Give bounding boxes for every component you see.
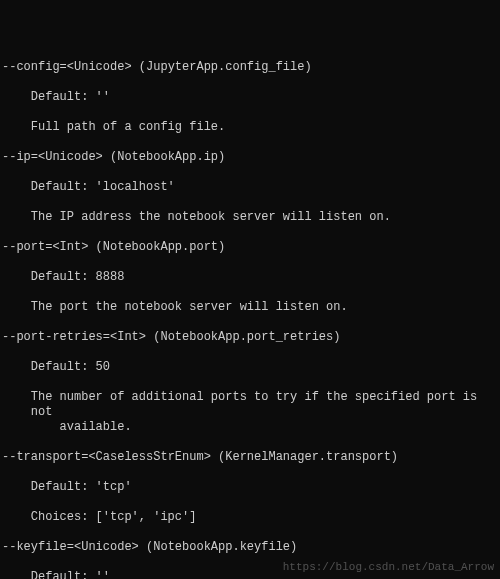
option-name: --port-retries=<Int> (NotebookApp.port_r… [2, 330, 498, 345]
option-name: --keyfile=<Unicode> (NotebookApp.keyfile… [2, 540, 498, 555]
option-name: --transport=<CaselessStrEnum> (KernelMan… [2, 450, 498, 465]
option-default: Default: 'localhost' [2, 180, 498, 195]
option-default: Default: 50 [2, 360, 498, 375]
option-default: Default: 8888 [2, 270, 498, 285]
option-name: --port=<Int> (NotebookApp.port) [2, 240, 498, 255]
option-description: The number of additional ports to try if… [2, 390, 498, 435]
option-choices: Choices: ['tcp', 'ipc'] [2, 510, 498, 525]
option-name: --ip=<Unicode> (NotebookApp.ip) [2, 150, 498, 165]
option-name: --config=<Unicode> (JupyterApp.config_fi… [2, 60, 498, 75]
option-default: Default: '' [2, 90, 498, 105]
option-default: Default: '' [2, 570, 498, 579]
option-description: The port the notebook server will listen… [2, 300, 498, 315]
terminal-output: --config=<Unicode> (JupyterApp.config_fi… [0, 60, 500, 579]
option-description: Full path of a config file. [2, 120, 498, 135]
option-default: Default: 'tcp' [2, 480, 498, 495]
option-description: The IP address the notebook server will … [2, 210, 498, 225]
